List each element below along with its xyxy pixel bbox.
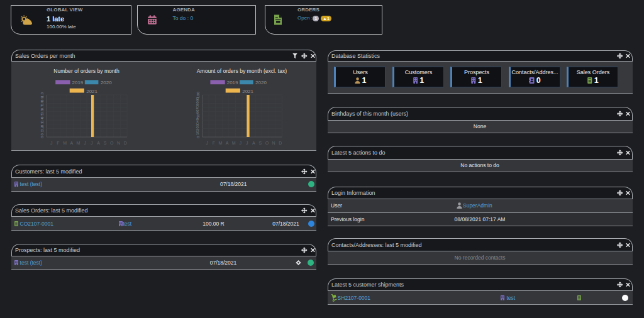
svg-text:S: S [104, 141, 107, 145]
svg-text:A: A [226, 141, 229, 145]
svg-text:D: D [124, 141, 127, 145]
svg-text:N: N [272, 141, 275, 145]
svg-text:A: A [252, 141, 255, 145]
svg-text:J: J [84, 141, 86, 145]
svg-text:O: O [265, 141, 269, 145]
svg-text:D: D [279, 141, 282, 145]
svg-text:J: J [206, 141, 209, 145]
svg-text:M: M [77, 141, 80, 145]
svg-text:J: J [50, 141, 53, 145]
svg-text:0.1: 0.1 [40, 129, 44, 135]
svg-text:50: 50 [196, 114, 200, 118]
svg-text:90: 90 [196, 97, 200, 101]
svg-text:O: O [110, 141, 114, 145]
svg-text:A: A [70, 141, 73, 145]
svg-text:80: 80 [196, 101, 200, 105]
svg-text:2021: 2021 [86, 89, 97, 94]
svg-text:30: 30 [196, 122, 200, 126]
svg-text:N: N [117, 141, 120, 145]
svg-text:Number of orders by month: Number of orders by month [53, 68, 119, 74]
svg-text:70: 70 [196, 105, 200, 109]
svg-text:M: M [63, 141, 67, 145]
svg-text:10: 10 [196, 130, 200, 134]
svg-text:J: J [239, 141, 242, 145]
svg-text:A: A [97, 141, 100, 145]
svg-text:20: 20 [196, 126, 200, 131]
svg-text:M: M [219, 141, 223, 145]
svg-text:0: 0 [196, 136, 200, 138]
svg-text:2019: 2019 [227, 80, 238, 85]
svg-text:J: J [246, 141, 248, 145]
svg-text:2021: 2021 [242, 89, 253, 94]
svg-text:J: J [91, 141, 93, 145]
svg-text:60: 60 [196, 109, 200, 114]
svg-text:Amount of orders by month (exc: Amount of orders by month (excl. tax) [197, 68, 287, 74]
svg-text:2020: 2020 [101, 80, 112, 85]
svg-text:S: S [259, 141, 262, 145]
svg-text:F: F [57, 141, 59, 145]
svg-text:M: M [232, 141, 236, 145]
svg-text:40: 40 [196, 118, 200, 122]
svg-text:2020: 2020 [255, 80, 267, 85]
svg-text:F: F [213, 141, 215, 145]
svg-text:2019: 2019 [72, 80, 84, 85]
